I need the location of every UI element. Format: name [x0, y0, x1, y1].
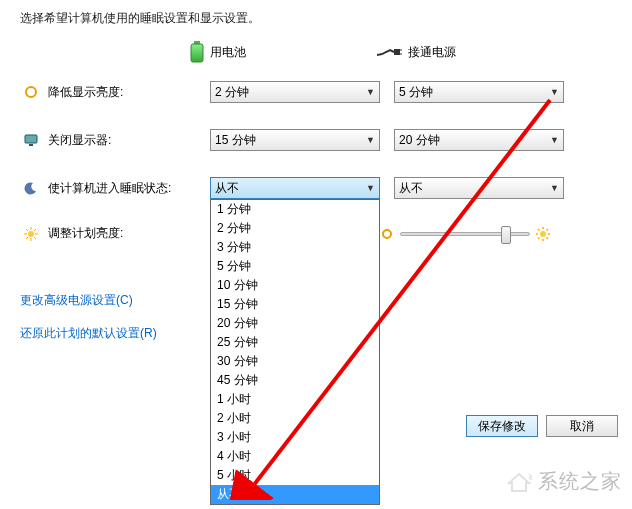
dropdown-option[interactable]: 45 分钟	[211, 371, 379, 390]
chevron-down-icon: ▼	[550, 87, 559, 97]
sleep-plugged-value: 从不	[399, 180, 423, 197]
watermark-icon	[506, 471, 532, 493]
chevron-down-icon: ▼	[366, 87, 375, 97]
slider-thumb[interactable]	[501, 226, 511, 244]
dropdown-option[interactable]: 2 分钟	[211, 219, 379, 238]
sleep-battery-value: 从不	[215, 180, 239, 197]
dropdown-option[interactable]: 20 分钟	[211, 314, 379, 333]
svg-rect-2	[394, 49, 400, 55]
svg-point-17	[383, 230, 391, 238]
svg-rect-6	[25, 135, 37, 143]
chevron-down-icon: ▼	[366, 135, 375, 145]
watermark: 系统之家	[506, 468, 622, 495]
dim-plugged-value: 5 分钟	[399, 84, 433, 101]
dropdown-option[interactable]: 从不	[211, 485, 379, 504]
brightness-plugged-slider[interactable]	[400, 232, 530, 236]
row-label-sleep: 使计算机进入睡眠状态:	[42, 180, 210, 197]
dim-battery-value: 2 分钟	[215, 84, 249, 101]
dropdown-option[interactable]: 30 分钟	[211, 352, 379, 371]
row-label-display-off: 关闭显示器:	[42, 132, 210, 149]
svg-line-14	[34, 237, 36, 239]
sleep-plugged-select[interactable]: 从不 ▼	[394, 177, 564, 199]
column-plugged-label: 接通电源	[408, 44, 456, 61]
moon-icon	[24, 181, 38, 195]
svg-point-18	[540, 231, 546, 237]
dropdown-option[interactable]: 1 小时	[211, 390, 379, 409]
column-battery-label: 用电池	[210, 44, 246, 61]
svg-rect-7	[29, 144, 33, 146]
svg-line-23	[538, 229, 540, 231]
display-off-plugged-select[interactable]: 20 分钟 ▼	[394, 129, 564, 151]
plug-icon	[376, 45, 402, 59]
dim-icon	[24, 85, 38, 99]
sun-dim-icon	[380, 227, 394, 241]
svg-line-15	[34, 229, 36, 231]
dropdown-option[interactable]: 15 分钟	[211, 295, 379, 314]
column-header-plugged: 接通电源	[376, 41, 556, 63]
dropdown-option[interactable]: 10 分钟	[211, 276, 379, 295]
svg-line-16	[26, 237, 28, 239]
cancel-button[interactable]: 取消	[546, 415, 618, 437]
sun-bright-icon	[536, 227, 550, 241]
dropdown-option[interactable]: 1 分钟	[211, 200, 379, 219]
chevron-down-icon: ▼	[550, 183, 559, 193]
sleep-battery-dropdown[interactable]: 1 分钟2 分钟3 分钟5 分钟10 分钟15 分钟20 分钟25 分钟30 分…	[210, 199, 380, 505]
sun-icon	[24, 227, 38, 241]
display-off-battery-value: 15 分钟	[215, 132, 256, 149]
svg-line-25	[547, 229, 549, 231]
dropdown-option[interactable]: 3 分钟	[211, 238, 379, 257]
save-button[interactable]: 保存修改	[466, 415, 538, 437]
dropdown-option[interactable]: 25 分钟	[211, 333, 379, 352]
svg-line-24	[547, 237, 549, 239]
dim-battery-select[interactable]: 2 分钟 ▼	[210, 81, 380, 103]
dropdown-option[interactable]: 5 分钟	[211, 257, 379, 276]
row-label-brightness: 调整计划亮度:	[42, 225, 210, 242]
dropdown-option[interactable]: 5 小时	[211, 466, 379, 485]
dim-plugged-select[interactable]: 5 分钟 ▼	[394, 81, 564, 103]
svg-rect-1	[191, 44, 203, 62]
column-header-battery: 用电池	[190, 41, 370, 63]
sleep-battery-select[interactable]: 从不 ▼	[210, 177, 380, 199]
svg-point-5	[26, 87, 36, 97]
chevron-down-icon: ▼	[366, 183, 375, 193]
battery-icon	[190, 41, 204, 63]
display-off-battery-select[interactable]: 15 分钟 ▼	[210, 129, 380, 151]
dropdown-option[interactable]: 3 小时	[211, 428, 379, 447]
svg-line-13	[26, 229, 28, 231]
display-off-plugged-value: 20 分钟	[399, 132, 440, 149]
monitor-icon	[24, 133, 38, 147]
row-label-dim: 降低显示亮度:	[42, 84, 210, 101]
dropdown-option[interactable]: 2 小时	[211, 409, 379, 428]
svg-line-26	[538, 237, 540, 239]
chevron-down-icon: ▼	[550, 135, 559, 145]
svg-point-8	[28, 231, 34, 237]
dropdown-option[interactable]: 4 小时	[211, 447, 379, 466]
page-description: 选择希望计算机使用的睡眠设置和显示设置。	[0, 0, 632, 35]
